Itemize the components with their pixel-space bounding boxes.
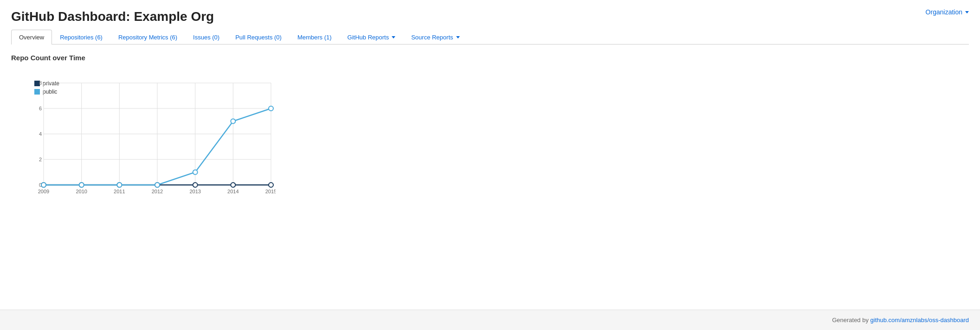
svg-text:4: 4 (39, 131, 42, 137)
svg-text:2: 2 (39, 157, 42, 162)
chart-section-title: Repo Count over Time (11, 54, 969, 62)
tab-members[interactable]: Members (1) (290, 30, 340, 44)
svg-text:2014: 2014 (227, 189, 239, 194)
tab-overview[interactable]: Overview (11, 30, 52, 44)
svg-point-36 (231, 119, 235, 124)
footer-link[interactable]: github.com/amznlabs/oss-dashboard (870, 317, 969, 324)
source-reports-chevron-icon (456, 36, 460, 38)
svg-point-30 (269, 183, 273, 187)
svg-text:8: 8 (39, 80, 42, 86)
svg-point-31 (41, 183, 46, 187)
svg-point-29 (231, 183, 235, 187)
svg-point-34 (155, 183, 160, 187)
svg-point-37 (269, 106, 273, 111)
svg-text:2013: 2013 (189, 189, 200, 194)
org-dropdown-label: Organization (926, 8, 962, 16)
svg-text:6: 6 (39, 106, 42, 111)
tab-repositories[interactable]: Repositories (6) (52, 30, 110, 44)
page-title: GitHub Dashboard: Example Org (11, 9, 969, 24)
header: GitHub Dashboard: Example Org OverviewRe… (0, 0, 980, 44)
tab-pull-requests[interactable]: Pull Requests (0) (227, 30, 290, 44)
main-content: Repo Count over Time privatepublic 02468… (0, 44, 980, 310)
svg-point-28 (193, 183, 198, 187)
svg-text:2015: 2015 (265, 189, 276, 194)
svg-text:2010: 2010 (76, 189, 87, 194)
chart-area: 024682009201020112012201320142015 (30, 78, 276, 199)
svg-point-33 (117, 183, 122, 187)
org-dropdown-chevron-icon (965, 11, 969, 13)
svg-text:2012: 2012 (152, 189, 163, 194)
chart-container: privatepublic 02468200920102011201220132… (11, 69, 280, 217)
tab-repository-metrics[interactable]: Repository Metrics (6) (110, 30, 185, 44)
footer: Generated by github.com/amznlabs/oss-das… (0, 310, 980, 330)
svg-text:2009: 2009 (38, 189, 49, 194)
chart-svg: 024682009201020112012201320142015 (30, 78, 276, 199)
nav-tabs: OverviewRepositories (6)Repository Metri… (11, 30, 969, 44)
org-dropdown[interactable]: Organization (926, 8, 969, 16)
tab-source-reports[interactable]: Source Reports (403, 30, 467, 44)
tab-github-reports[interactable]: GitHub Reports (340, 30, 404, 44)
tab-issues[interactable]: Issues (0) (185, 30, 227, 44)
page-wrapper: Organization GitHub Dashboard: Example O… (0, 0, 980, 330)
svg-point-32 (79, 183, 84, 187)
github-reports-chevron-icon (392, 36, 395, 38)
svg-point-35 (193, 170, 198, 175)
svg-text:2011: 2011 (114, 189, 125, 194)
footer-text: Generated by (832, 317, 870, 324)
